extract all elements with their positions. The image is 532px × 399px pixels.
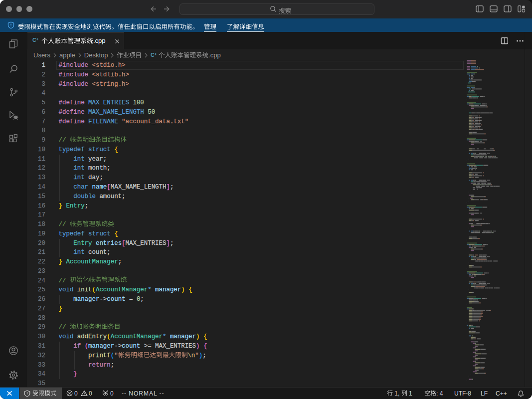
svg-text:C: C (32, 37, 36, 43)
svg-text:C: C (151, 52, 155, 58)
